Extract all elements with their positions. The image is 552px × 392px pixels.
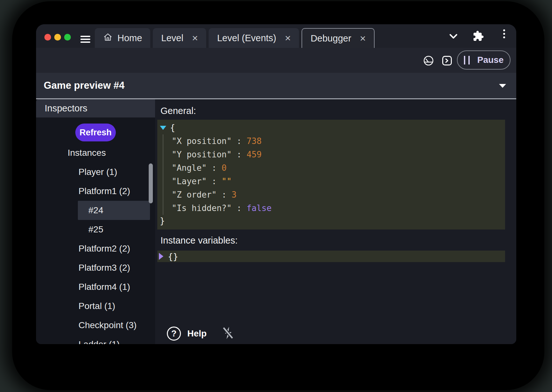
tab-level[interactable]: Level × <box>153 28 206 48</box>
help-row: ? Help <box>167 326 235 342</box>
json-value[interactable]: "" <box>222 177 232 186</box>
json-line-angle: Angle0 <box>172 161 505 175</box>
help-circle-icon[interactable]: ? <box>167 327 181 341</box>
tree-item-checkpoint[interactable]: Checkpoint (3) <box>36 316 155 335</box>
help-label[interactable]: Help <box>187 328 207 339</box>
instance-variables-viewer: {} <box>157 251 505 262</box>
json-value[interactable]: 459 <box>247 150 262 159</box>
close-window-button[interactable] <box>44 34 51 41</box>
pause-icon <box>464 56 470 64</box>
collapse-triangle-icon[interactable] <box>159 253 163 260</box>
json-properties: X position738 Y position459 Angle0 Layer… <box>163 134 505 215</box>
instance-variables-label: Instance variables: <box>160 235 516 246</box>
close-brace: } <box>160 216 165 226</box>
tree-item-platform2[interactable]: Platform2 (2) <box>36 239 155 258</box>
json-value[interactable]: 0 <box>222 163 227 173</box>
inspector-panel: General: { X position738 Y position459 A… <box>155 99 516 344</box>
tree-item-platform1[interactable]: Platform1 (2) <box>36 182 155 201</box>
json-line-y-position: Y position459 <box>172 148 505 161</box>
kebab-menu-icon[interactable] <box>500 24 508 48</box>
game-preview-selector[interactable]: Game preview #4 <box>36 73 516 98</box>
flash-off-icon[interactable] <box>221 326 235 342</box>
json-line-z-order: Z order3 <box>172 188 505 201</box>
close-icon[interactable]: × <box>360 33 366 43</box>
refresh-button[interactable]: Refresh <box>75 124 116 141</box>
tab-bar: Home Level × Level (Events) × Debugger × <box>95 28 375 48</box>
tab-label: Home <box>117 33 142 43</box>
pause-label: Pause <box>477 55 504 65</box>
general-json-viewer: { X position738 Y position459 Angle0 Lay… <box>157 120 505 230</box>
tab-label: Level <box>161 33 183 43</box>
sidebar-scrollbar[interactable] <box>149 163 153 203</box>
tab-level-events[interactable]: Level (Events) × <box>209 28 299 48</box>
tree-item-player[interactable]: Player (1) <box>36 162 155 182</box>
json-line-layer: Layer"" <box>172 175 505 188</box>
json-value[interactable]: 738 <box>247 136 262 146</box>
home-icon <box>103 32 113 44</box>
tab-label: Level (Events) <box>217 33 276 43</box>
tree-item-portal[interactable]: Portal (1) <box>36 297 155 316</box>
profiler-gauge-icon[interactable] <box>423 55 434 68</box>
dropdown-caret-icon <box>499 84 506 88</box>
tree-item-instance-24[interactable]: #24 <box>78 201 150 220</box>
tree-item-instance-25[interactable]: #25 <box>36 220 155 239</box>
minimize-window-button[interactable] <box>54 34 61 41</box>
json-line-x-position: X position738 <box>172 134 505 148</box>
tab-label: Debugger <box>310 33 351 44</box>
traffic-lights <box>44 34 71 41</box>
close-icon[interactable]: × <box>285 33 291 43</box>
json-line-is-hidden: Is hidden?false <box>172 201 505 215</box>
tree-item-ladder[interactable]: Ladder (1) <box>36 335 155 344</box>
titlebar: Home Level × Level (Events) × Debugger × <box>36 24 516 48</box>
json-value[interactable]: false <box>247 203 272 213</box>
debugger-content: Inspectors Refresh Instances Player (1) … <box>36 99 516 344</box>
hamburger-menu-icon[interactable] <box>80 36 90 43</box>
game-preview-title: Game preview #4 <box>44 80 124 91</box>
chevron-down-icon[interactable] <box>448 24 459 48</box>
tab-debugger[interactable]: Debugger × <box>302 28 375 48</box>
pause-button[interactable]: Pause <box>457 50 511 70</box>
close-icon[interactable]: × <box>192 33 198 43</box>
zoom-window-button[interactable] <box>64 34 71 41</box>
json-value[interactable]: 3 <box>232 190 237 200</box>
inspectors-sidebar: Inspectors Refresh Instances Player (1) … <box>36 99 155 344</box>
tab-home[interactable]: Home <box>95 28 150 48</box>
gdevelop-window: Home Level × Level (Events) × Debugger × <box>36 24 516 344</box>
instance-variables-value: {} <box>168 252 178 261</box>
tree-item-platform4[interactable]: Platform4 (1) <box>36 277 155 297</box>
inspectors-header: Inspectors <box>36 99 155 117</box>
extensions-puzzle-icon[interactable] <box>472 24 485 48</box>
tree-item-instances[interactable]: Instances <box>36 143 155 162</box>
console-icon[interactable] <box>441 55 453 68</box>
tree-item-platform3[interactable]: Platform3 (2) <box>36 258 155 277</box>
open-brace: { <box>170 123 175 132</box>
debugger-toolbar: Pause <box>36 48 516 73</box>
expand-triangle-icon[interactable] <box>160 126 166 130</box>
general-label: General: <box>160 105 516 117</box>
